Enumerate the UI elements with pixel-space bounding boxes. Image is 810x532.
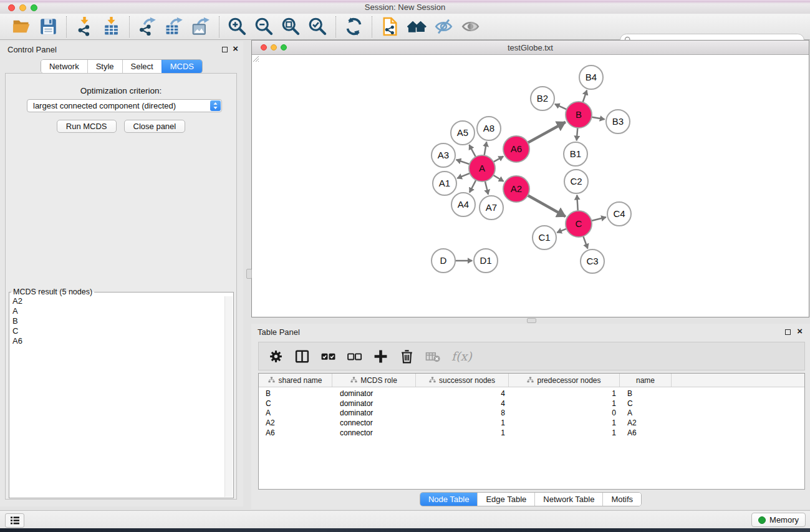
- hide-details-icon[interactable]: [434, 17, 453, 36]
- close-panel-icon[interactable]: ×: [233, 43, 238, 54]
- table-cell[interactable]: C: [259, 399, 332, 409]
- edge-C-C2[interactable]: [577, 195, 578, 211]
- edge-A-A6[interactable]: [493, 157, 503, 163]
- node-B4[interactable]: B4: [579, 65, 603, 89]
- table-cell[interactable]: connector: [332, 428, 416, 438]
- node-C3[interactable]: C3: [581, 249, 604, 273]
- import-table-icon[interactable]: [102, 17, 121, 36]
- import-network-icon[interactable]: [75, 17, 94, 36]
- float-panel-icon[interactable]: [222, 47, 228, 52]
- tab-style[interactable]: Style: [87, 60, 122, 73]
- table-cell[interactable]: dominator: [332, 389, 416, 399]
- tab-edge-table[interactable]: Edge Table: [477, 493, 534, 506]
- network-graph[interactable]: AA1A2A3A4A5A6A7A8BB1B2B3B4CC1C2C3C4DD1: [252, 55, 809, 317]
- edge-B-B2[interactable]: [555, 104, 567, 110]
- mcds-result-list[interactable]: A2ABCA6: [10, 296, 224, 497]
- save-icon[interactable]: [39, 17, 58, 36]
- mcds-result-item[interactable]: A6: [10, 336, 224, 346]
- node-D1[interactable]: D1: [474, 249, 498, 273]
- mcds-result-item[interactable]: C: [10, 326, 224, 336]
- node-A8[interactable]: A8: [477, 117, 501, 140]
- node-A6[interactable]: A6: [503, 136, 529, 162]
- table-row[interactable]: A6connector11A6: [259, 428, 804, 438]
- table-cell[interactable]: 1: [416, 428, 509, 438]
- table-row[interactable]: Bdominator41B: [259, 389, 804, 399]
- node-A4[interactable]: A4: [451, 193, 475, 216]
- delete-table-icon[interactable]: [425, 349, 441, 364]
- task-history-button[interactable]: [5, 513, 24, 528]
- node-A3[interactable]: A3: [432, 143, 455, 167]
- table-cell[interactable]: 4: [416, 399, 509, 409]
- table-cell[interactable]: 1: [509, 399, 620, 409]
- table-cell[interactable]: C: [620, 399, 672, 409]
- table-cell[interactable]: A: [620, 409, 672, 418]
- run-mcds-button[interactable]: Run MCDS: [57, 120, 117, 133]
- table-row[interactable]: Adominator80A: [259, 409, 804, 418]
- select-all-icon[interactable]: [321, 349, 336, 364]
- export-network-icon[interactable]: [138, 17, 157, 36]
- mcds-result-item[interactable]: A2: [10, 296, 224, 306]
- node-B3[interactable]: B3: [606, 110, 630, 133]
- node-C1[interactable]: C1: [533, 226, 556, 249]
- zoom-in-icon[interactable]: [228, 17, 247, 36]
- node-A5[interactable]: A5: [451, 121, 475, 145]
- tab-network-table[interactable]: Network Table: [534, 493, 602, 506]
- tab-network[interactable]: Network: [41, 60, 87, 73]
- resize-grip-icon[interactable]: [252, 55, 259, 62]
- edge-C-C1[interactable]: [557, 228, 567, 233]
- table-cell[interactable]: A2: [620, 418, 672, 428]
- clone-network-icon[interactable]: [380, 17, 400, 36]
- tab-mcds[interactable]: MCDS: [162, 60, 202, 73]
- table-cell[interactable]: dominator: [332, 409, 416, 418]
- table-cell[interactable]: 4: [416, 389, 509, 399]
- table-cell[interactable]: 1: [509, 389, 620, 399]
- mcds-result-item[interactable]: A: [10, 306, 224, 316]
- table-cell[interactable]: A: [259, 409, 332, 418]
- edge-A-A7[interactable]: [485, 181, 488, 195]
- table-cell[interactable]: 1: [509, 418, 620, 428]
- home-icon[interactable]: [407, 17, 427, 36]
- delete-icon[interactable]: [399, 349, 415, 364]
- node-B2[interactable]: B2: [531, 87, 554, 110]
- open-folder-icon[interactable]: [12, 17, 31, 36]
- edge-B-B1[interactable]: [577, 127, 578, 140]
- node-A7[interactable]: A7: [480, 196, 503, 220]
- table-row[interactable]: A2connector11A2: [259, 418, 804, 428]
- columns-icon[interactable]: [294, 349, 310, 364]
- result-scrollbar[interactable]: [224, 296, 233, 497]
- column-header-predecessor-nodes[interactable]: predecessor nodes: [509, 374, 620, 387]
- tab-node-table[interactable]: Node Table: [420, 493, 478, 506]
- table-cell[interactable]: 1: [416, 418, 509, 428]
- edge-C-C4[interactable]: [591, 217, 606, 221]
- optimization-criterion-select[interactable]: largest connected component (directed): [27, 99, 222, 112]
- edge-B-B4[interactable]: [582, 90, 587, 103]
- function-builder-icon[interactable]: f(x): [451, 349, 472, 363]
- mcds-result-item[interactable]: B: [10, 316, 224, 326]
- add-icon[interactable]: [373, 349, 388, 364]
- node-A1[interactable]: A1: [433, 172, 456, 195]
- edge-A2-C[interactable]: [528, 195, 566, 216]
- edge-A6-B[interactable]: [528, 122, 566, 143]
- node-B[interactable]: B: [566, 102, 592, 128]
- close-panel-button[interactable]: Close panel: [124, 120, 186, 133]
- vertical-split-handle[interactable]: [246, 269, 252, 279]
- zoom-selected-icon[interactable]: [308, 17, 327, 36]
- edge-A-A3[interactable]: [456, 160, 471, 165]
- memory-button[interactable]: Memory: [751, 513, 806, 527]
- edge-A-A1[interactable]: [457, 173, 470, 178]
- edge-A-A8[interactable]: [484, 142, 486, 156]
- table-cell[interactable]: connector: [332, 418, 416, 428]
- table-close-panel-icon[interactable]: ×: [797, 326, 803, 337]
- table-cell[interactable]: B: [620, 389, 672, 399]
- export-image-icon[interactable]: [191, 17, 211, 36]
- edge-B-B3[interactable]: [591, 117, 605, 119]
- refresh-icon[interactable]: [344, 17, 364, 36]
- network-canvas[interactable]: AA1A2A3A4A5A6A7A8BB1B2B3B4CC1C2C3C4DD1: [252, 55, 809, 317]
- edge-A-A5[interactable]: [469, 145, 476, 157]
- column-header-mcds-role[interactable]: MCDS role: [332, 374, 416, 387]
- node-C2[interactable]: C2: [564, 170, 588, 193]
- tab-motifs[interactable]: Motifs: [602, 493, 641, 506]
- table-row[interactable]: Cdominator41C: [259, 399, 804, 409]
- table-cell[interactable]: 0: [509, 409, 620, 418]
- gear-icon[interactable]: [268, 349, 284, 364]
